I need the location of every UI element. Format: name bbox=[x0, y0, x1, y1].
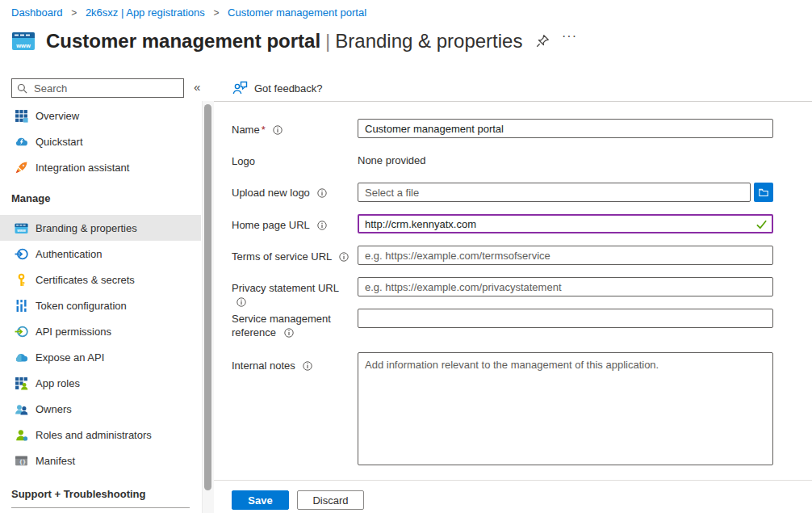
sidebar-item-label: Quickstart bbox=[36, 136, 83, 148]
pin-icon[interactable] bbox=[536, 34, 550, 48]
sidebar-item-label: Branding & properties bbox=[36, 222, 137, 234]
browse-file-button[interactable] bbox=[754, 183, 773, 202]
sidebar-section-manage: Manage bbox=[0, 188, 201, 208]
sidebar-item-label: Integration assistant bbox=[36, 162, 129, 174]
internal-notes-textarea[interactable] bbox=[358, 352, 773, 465]
scrollbar-thumb[interactable] bbox=[204, 104, 211, 490]
title-separator: | bbox=[325, 30, 330, 52]
sidebar-item-label: Manifest bbox=[36, 455, 75, 467]
sidebar-search[interactable] bbox=[11, 78, 184, 98]
breadcrumb-current-app[interactable]: Customer management portal bbox=[228, 6, 366, 19]
sidebar-item-api-permissions[interactable]: API permissions bbox=[0, 318, 201, 344]
sidebar-nav: Overview Quickstart Integration assistan… bbox=[0, 103, 201, 508]
manifest-icon: {} bbox=[15, 454, 28, 468]
quickstart-icon bbox=[15, 135, 28, 149]
feedback-label: Got feedback? bbox=[254, 82, 323, 95]
svg-text:www: www bbox=[16, 229, 26, 233]
roles-admin-icon bbox=[15, 428, 28, 442]
homepage-url-label: Home page URL bbox=[232, 218, 354, 232]
collapse-sidebar-icon[interactable]: « bbox=[194, 80, 200, 94]
sidebar-item-label: Authentication bbox=[36, 248, 102, 260]
app-roles-icon bbox=[15, 376, 28, 390]
sidebar-item-label: Roles and administrators bbox=[36, 429, 152, 441]
owners-icon bbox=[15, 402, 28, 416]
upload-logo-label: Upload new logo bbox=[232, 186, 354, 200]
more-options-icon[interactable]: ··· bbox=[562, 29, 577, 44]
terms-url-input[interactable] bbox=[358, 246, 773, 265]
svg-text:www: www bbox=[15, 42, 31, 49]
sliders-icon bbox=[15, 299, 28, 313]
breadcrumb-separator: > bbox=[213, 7, 219, 19]
svg-text:{}: {} bbox=[19, 459, 26, 465]
sidebar-section-support: Support + Troubleshooting bbox=[0, 484, 201, 503]
overview-icon bbox=[15, 109, 28, 123]
sidebar-item-expose-api[interactable]: Expose an API bbox=[0, 344, 201, 370]
sidebar-item-token-configuration[interactable]: Token configuration bbox=[0, 292, 201, 318]
browser-icon: www bbox=[15, 221, 28, 235]
save-button[interactable]: Save bbox=[232, 490, 289, 510]
privacy-url-input[interactable] bbox=[358, 277, 773, 296]
cloud-icon bbox=[15, 351, 28, 364]
info-icon[interactable] bbox=[236, 297, 246, 307]
info-icon[interactable] bbox=[339, 252, 349, 262]
discard-button[interactable]: Discard bbox=[297, 490, 364, 510]
page-header: www Customer management portal|Branding … bbox=[11, 29, 522, 53]
logo-label: Logo bbox=[232, 154, 354, 168]
sidebar-item-label: API permissions bbox=[36, 326, 111, 338]
got-feedback-button[interactable]: Got feedback? bbox=[232, 81, 323, 95]
homepage-url-input[interactable] bbox=[358, 214, 773, 233]
authentication-icon bbox=[15, 247, 28, 261]
upload-logo-input[interactable] bbox=[358, 183, 751, 202]
search-icon bbox=[17, 83, 27, 94]
internal-notes-label: Internal notes bbox=[232, 359, 354, 372]
sidebar-item-authentication[interactable]: Authentication bbox=[0, 241, 201, 267]
key-icon bbox=[15, 273, 28, 287]
sidebar-item-branding-properties[interactable]: www Branding & properties bbox=[0, 215, 201, 241]
breadcrumb: Dashboard > 2k6sxz | App registrations >… bbox=[11, 6, 366, 19]
sidebar-item-label: Certificates & secrets bbox=[36, 274, 135, 286]
sidebar-item-label: Owners bbox=[36, 403, 72, 415]
info-icon[interactable] bbox=[273, 125, 283, 135]
service-reference-input[interactable] bbox=[358, 309, 773, 328]
feedback-icon bbox=[232, 81, 248, 95]
name-label: Name* bbox=[232, 123, 354, 137]
name-input[interactable] bbox=[358, 119, 773, 138]
info-icon[interactable] bbox=[303, 361, 312, 371]
info-icon[interactable] bbox=[317, 221, 327, 230]
logo-value: None provided bbox=[358, 154, 426, 166]
sidebar-item-app-roles[interactable]: App roles bbox=[0, 370, 201, 396]
info-icon[interactable] bbox=[317, 188, 327, 198]
breadcrumb-app-registrations[interactable]: 2k6sxz | App registrations bbox=[86, 6, 205, 19]
required-asterisk: * bbox=[262, 124, 266, 136]
folder-icon bbox=[759, 187, 768, 198]
breadcrumb-dashboard[interactable]: Dashboard bbox=[11, 6, 63, 19]
api-permissions-icon bbox=[15, 325, 28, 338]
privacy-url-label: Privacy statement URL bbox=[232, 281, 354, 309]
sidebar-item-integration-assistant[interactable]: Integration assistant bbox=[0, 154, 201, 180]
sidebar-item-overview[interactable]: Overview bbox=[0, 103, 201, 128]
valid-check-icon bbox=[755, 218, 768, 230]
info-icon[interactable] bbox=[284, 328, 294, 338]
actions-divider bbox=[214, 480, 812, 481]
page-title: Customer management portal|Branding & pr… bbox=[46, 30, 522, 53]
sidebar-scrollbar[interactable] bbox=[202, 101, 214, 513]
sidebar-divider bbox=[11, 507, 190, 508]
breadcrumb-separator: > bbox=[71, 7, 77, 19]
sidebar-item-label: App roles bbox=[36, 377, 80, 389]
sidebar-item-certificates-secrets[interactable]: Certificates & secrets bbox=[0, 267, 201, 292]
sidebar-item-quickstart[interactable]: Quickstart bbox=[0, 128, 201, 154]
rocket-icon bbox=[15, 161, 28, 175]
app-browser-icon: www bbox=[11, 29, 36, 53]
sidebar-item-label: Expose an API bbox=[36, 351, 104, 364]
terms-url-label: Terms of service URL bbox=[232, 250, 354, 263]
sidebar-item-roles-administrators[interactable]: Roles and administrators bbox=[0, 422, 201, 448]
sidebar-item-label: Overview bbox=[36, 110, 79, 122]
toolbar-divider bbox=[214, 101, 812, 102]
search-input[interactable] bbox=[32, 82, 178, 95]
service-reference-label: Service management reference bbox=[232, 312, 354, 339]
page-title-section: Branding & properties bbox=[335, 30, 522, 52]
sidebar-item-manifest[interactable]: {} Manifest bbox=[0, 448, 201, 473]
sidebar-item-owners[interactable]: Owners bbox=[0, 396, 201, 422]
sidebar-item-label: Token configuration bbox=[36, 300, 127, 312]
page-title-app-name: Customer management portal bbox=[46, 30, 320, 52]
